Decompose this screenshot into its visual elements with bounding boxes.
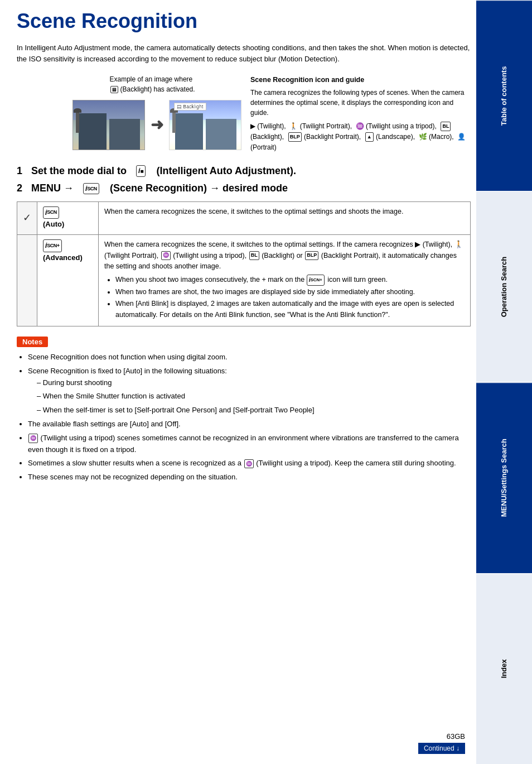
notes-list: Scene Recognition does not function when… [17, 352, 471, 483]
tripod-note-icon: ♒ [28, 434, 38, 443]
sr-box-text: The camera recognizes the following type… [250, 88, 471, 118]
after-image: ▤ Backlight [169, 100, 241, 150]
twilight-icon: ▶ [250, 122, 255, 130]
backlight-label: ▤ Backlight [174, 103, 206, 110]
bullet-item: When [Anti Blink] is displayed, 2 images… [115, 299, 465, 320]
bl-inline: BL [249, 251, 259, 260]
checkmark-cell-empty [17, 235, 37, 326]
portrait-icon: 👤 [457, 133, 466, 141]
main-content: Scene Recognition In Intelligent Auto Ad… [17, 0, 471, 508]
advanced-mode-description: When the camera recognizes the scene, it… [99, 235, 471, 326]
advanced-bullets: When you shoot two images consecutively,… [104, 275, 465, 320]
blp-inline: BLP [305, 251, 318, 260]
note-item: Scene Recognition does not function when… [28, 352, 471, 363]
mode-table: ✓ iSCN (Auto) When the camera recognizes… [17, 201, 471, 326]
iscn-advanced-icon: iSCN+ [43, 239, 62, 252]
twilight-portrait-icon: 🚶 [289, 122, 298, 130]
checkmark-cell: ✓ [17, 201, 37, 235]
twilight-tripod-icon: ♒ [356, 122, 364, 130]
note-item: Sometimes a slow shutter results when a … [28, 458, 471, 469]
note-item: ♒ (Twilight using a tripod) scenes somet… [28, 433, 471, 456]
auto-mode-cell: iSCN (Auto) [37, 201, 99, 235]
advanced-mode-icon: iSCN+ [43, 239, 93, 252]
scene-recognition-box: Scene Recognition icon and guide The cam… [250, 75, 471, 153]
iscn-auto-icon: iSCN [43, 206, 59, 219]
sub-note-item: When the Smile Shutter function is activ… [37, 391, 471, 402]
continued-indicator: Continued ↓ [418, 743, 465, 754]
notes-badge: Notes [17, 337, 48, 347]
notes-sub-list: During burst shooting When the Smile Shu… [28, 377, 471, 416]
landscape-icon: ▲ [365, 132, 374, 141]
tab-table-of-contents[interactable]: Table of contents [476, 0, 532, 191]
arrow-icon: ➜ [151, 116, 163, 134]
steps-section: 1 Set the mode dial to i ■ (Intelligent … [17, 164, 471, 195]
note-item: These scenes may not be recognized depen… [28, 472, 471, 483]
sidebar-tabs: Table of contents Operation Search MENU/… [476, 0, 532, 764]
note-item: Scene Recognition is fixed to [Auto] in … [28, 366, 471, 416]
backlight-portrait-icon: BLP [288, 132, 302, 141]
sr-box-title: Scene Recognition icon and guide [250, 75, 471, 85]
table-row: ✓ iSCN (Auto) When the camera recognizes… [17, 201, 471, 235]
advanced-mode-cell: iSCN+ (Advanced) [37, 235, 99, 326]
macro-icon: 🌿 [419, 133, 427, 141]
advanced-mode-label: (Advanced) [43, 252, 93, 263]
sub-note-item: When the self-timer is set to [Self-port… [37, 405, 471, 416]
example-label: Example of an image where ▤ (Backlight) … [110, 75, 205, 94]
intelligent-auto-icon: i ■ [136, 165, 146, 177]
backlight-icon-small: ▤ [177, 104, 182, 109]
notes-section: Notes Scene Recognition does not functio… [17, 337, 471, 483]
tab-menu-settings-search[interactable]: MENU/Settings Search [476, 382, 532, 573]
iscn-plus-inline: iSCN+ [307, 275, 325, 286]
scene-recognition-menu-icon: iSCN [83, 183, 99, 195]
bullet-item: When you shoot two images consecutively,… [115, 275, 465, 286]
example-section: Example of an image where ▤ (Backlight) … [17, 75, 471, 153]
auto-mode-description: When the camera recognizes the scene, it… [99, 201, 471, 235]
backlight-icon: BL [441, 122, 451, 131]
step-1: 1 Set the mode dial to i ■ (Intelligent … [17, 164, 471, 178]
images-row: ➜ ▤ Backlight [72, 100, 241, 150]
note-item: The available flash settings are [Auto] … [28, 419, 471, 430]
tab-index[interactable]: Index [476, 573, 532, 764]
auto-mode-icon: iSCN [43, 206, 93, 219]
step-2: 2 MENU → iSCN (Scene Recognition) → desi… [17, 181, 471, 195]
auto-mode-label: (Auto) [43, 219, 93, 230]
footer: 63GB Continued ↓ [418, 732, 465, 754]
page-number: 63GB [418, 732, 465, 741]
page-title: Scene Recognition [17, 10, 471, 32]
sub-note-item: During burst shooting [37, 377, 471, 389]
backlight-small-icon: ▤ [110, 86, 118, 93]
tripod-inline: ♒ [161, 251, 171, 260]
example-label-area: Example of an image where ▤ (Backlight) … [72, 75, 241, 150]
sr-icons-row: ▶ (Twilight), 🚶 (Twilight Portrait), ♒ (… [250, 121, 471, 153]
tab-operation-search[interactable]: Operation Search [476, 191, 532, 382]
table-row: iSCN+ (Advanced) When the camera recogni… [17, 235, 471, 326]
tripod-note-icon2: ♒ [244, 459, 254, 468]
bullet-item: When two frames are shot, the two images… [115, 287, 465, 297]
intro-paragraph: In Intelligent Auto Adjustment mode, the… [17, 42, 471, 65]
before-image [72, 100, 145, 150]
